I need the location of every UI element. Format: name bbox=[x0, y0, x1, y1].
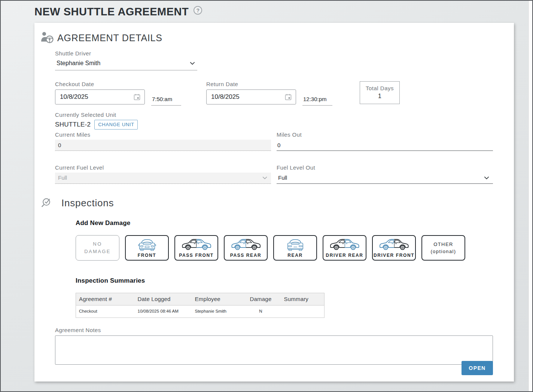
selected-unit-label: Currently Selected Unit bbox=[55, 112, 493, 118]
total-days-label: Total Days bbox=[366, 85, 394, 91]
agreement-details-header: AGREEMENT DETAILS bbox=[40, 31, 514, 44]
return-date-value: 10/8/2025 bbox=[211, 93, 240, 101]
damage-button-label: REAR bbox=[287, 253, 302, 258]
miles-out-label: Miles Out bbox=[277, 131, 493, 138]
fuel-out-label: Fuel Level Out bbox=[277, 164, 493, 171]
total-days-box: Total Days 1 bbox=[360, 81, 400, 104]
inspections-header: Inspections bbox=[41, 197, 514, 209]
car-side-driver-rear-icon bbox=[329, 238, 360, 251]
inspections-title: Inspections bbox=[61, 197, 114, 209]
change-unit-button[interactable]: CHANGE UNIT bbox=[94, 120, 138, 130]
damage-button-pass-front[interactable]: PASS FRONT bbox=[174, 235, 218, 261]
damage-button-label: PASS FRONT bbox=[179, 253, 213, 258]
agreement-notes-textarea[interactable] bbox=[55, 335, 493, 365]
damage-button-driver-rear[interactable]: DRIVER REAR bbox=[323, 235, 366, 261]
agreement-card: AGREEMENT DETAILS Shuttle Driver Stephan… bbox=[34, 23, 514, 382]
return-time-value: 12:30:pm bbox=[303, 96, 327, 102]
damage-button-label: FRONT bbox=[138, 253, 156, 258]
driver-icon bbox=[40, 31, 55, 44]
add-new-damage-title: Add New Damage bbox=[76, 219, 496, 227]
cell-date-logged: 10/08/2025 08:46 AM bbox=[135, 306, 192, 318]
page-title: NEW SHUTTLE AGREEMENT bbox=[34, 6, 189, 18]
car-side-driver-front-icon bbox=[379, 238, 409, 251]
table-row[interactable]: Checkout 10/08/2025 08:46 AM Stephanie S… bbox=[76, 306, 325, 318]
damage-button-front[interactable]: FRONT bbox=[125, 235, 169, 261]
fuel-out-value: Full bbox=[278, 174, 287, 181]
car-front-icon bbox=[138, 238, 156, 251]
shuttle-driver-value: Stephanie Smith bbox=[57, 60, 100, 67]
current-miles-label: Current Miles bbox=[55, 131, 271, 138]
car-rear-icon bbox=[286, 238, 305, 251]
open-button[interactable]: OPEN bbox=[462, 361, 493, 375]
calendar-icon[interactable] bbox=[284, 93, 292, 101]
column-header-summary: Summary bbox=[281, 293, 325, 306]
column-header-employee: Employee bbox=[192, 293, 241, 306]
current-fuel-value: Full bbox=[58, 174, 67, 181]
column-header-agreement: Agreement # bbox=[76, 293, 135, 306]
damage-button-label: DRIVER REAR bbox=[326, 253, 363, 258]
checkout-time-value: 7:50:am bbox=[152, 96, 172, 102]
damage-button-label: DRIVER FRONT bbox=[374, 253, 414, 258]
car-side-pass-rear-icon bbox=[231, 238, 261, 251]
cell-summary bbox=[281, 306, 325, 318]
damage-button-driver-front[interactable]: DRIVER FRONT bbox=[372, 235, 416, 261]
damage-button-row: NO DAMAGE FRONT PASS FRONT PASS REAR bbox=[76, 235, 496, 261]
checkout-date-label: Checkout Date bbox=[55, 81, 145, 87]
return-time-input[interactable]: 12:30:pm bbox=[302, 96, 332, 106]
damage-button-rear[interactable]: REAR bbox=[273, 235, 317, 261]
checkout-time-input[interactable]: 7:50:am bbox=[151, 96, 181, 106]
damage-button-pass-rear[interactable]: PASS REAR bbox=[224, 235, 268, 261]
help-icon[interactable]: ? bbox=[194, 6, 202, 15]
damage-button-label: PASS REAR bbox=[230, 253, 262, 258]
current-fuel-select: Full bbox=[55, 173, 271, 184]
chevron-down-icon bbox=[484, 176, 489, 179]
checkout-date-input[interactable]: 10/8/2025 bbox=[55, 89, 145, 104]
page-header: NEW SHUTTLE AGREEMENT ? bbox=[1, 1, 532, 18]
cell-agreement: Checkout bbox=[76, 306, 135, 318]
inspection-summaries-table: Agreement # Date Logged Employee Damage … bbox=[76, 293, 325, 318]
scrollbar-track[interactable] bbox=[529, 1, 532, 391]
damage-button-other[interactable]: OTHER(optional) bbox=[421, 235, 465, 261]
total-days-value: 1 bbox=[366, 93, 394, 100]
cell-damage: N bbox=[241, 306, 281, 318]
cell-employee: Stephanie Smith bbox=[192, 306, 241, 318]
return-date-label: Return Date bbox=[206, 81, 296, 87]
damage-button-label: NO DAMAGE bbox=[80, 240, 115, 255]
column-header-damage: Damage bbox=[241, 293, 281, 306]
selected-unit-value: SHUTTLE-2 bbox=[55, 121, 91, 128]
table-header-row: Agreement # Date Logged Employee Damage … bbox=[76, 293, 325, 306]
fuel-out-select[interactable]: Full bbox=[277, 173, 493, 184]
shuttle-driver-select[interactable]: Stephanie Smith bbox=[55, 57, 197, 70]
inspection-magnifier-check-icon bbox=[41, 197, 52, 209]
current-miles-input bbox=[55, 140, 271, 151]
car-side-pass-front-icon bbox=[181, 238, 212, 251]
shuttle-driver-label: Shuttle Driver bbox=[55, 50, 493, 57]
return-date-input[interactable]: 10/8/2025 bbox=[206, 89, 296, 104]
damage-button-no-damage[interactable]: NO DAMAGE bbox=[76, 235, 119, 261]
miles-out-input[interactable] bbox=[277, 140, 493, 151]
inspection-summaries-title: Inspection Summaries bbox=[76, 277, 496, 285]
column-header-date-logged: Date Logged bbox=[135, 293, 192, 306]
agreement-details-title: AGREEMENT DETAILS bbox=[57, 33, 162, 43]
damage-button-label: OTHER(optional) bbox=[430, 241, 456, 255]
calendar-icon[interactable] bbox=[133, 93, 141, 101]
chevron-down-icon bbox=[190, 62, 195, 65]
agreement-notes-label: Agreement Notes bbox=[55, 327, 493, 333]
checkout-date-value: 10/8/2025 bbox=[60, 93, 88, 101]
chevron-down-icon bbox=[262, 176, 267, 179]
current-fuel-label: Current Fuel Level bbox=[55, 164, 271, 171]
